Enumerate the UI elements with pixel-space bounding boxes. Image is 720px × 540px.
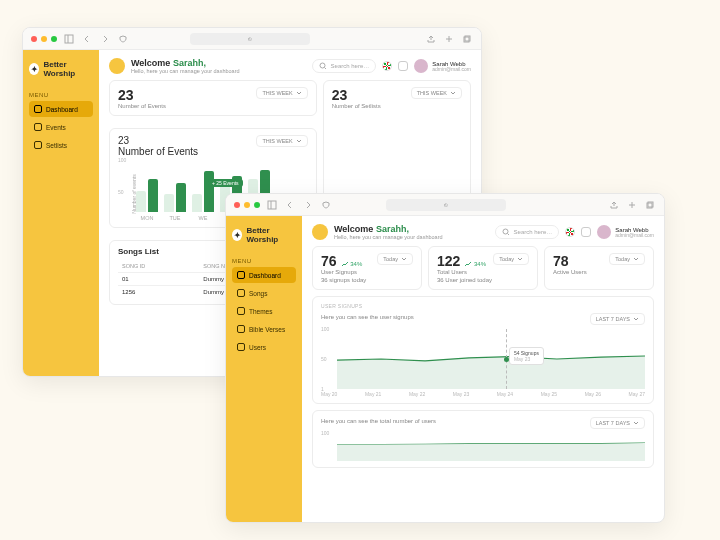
stat-label: Number of Events [118,146,198,157]
y-tick: 100 [321,326,329,332]
stat-value: 23 [118,135,198,146]
x-tick: May 22 [409,391,425,397]
menu-label: MENU [232,258,296,264]
svg-point-10 [503,229,508,234]
window-dashboard-admin: ⎋ ✦ Better Worship MENU Dashboard Songs … [225,193,665,523]
sidebar-item-setlists[interactable]: Setlists [29,137,93,153]
tabs-icon[interactable] [644,199,656,211]
col-header[interactable]: SONG ID [118,260,199,273]
stat-card-events: 23 Number of Events THIS WEEK [109,80,317,116]
forward-icon[interactable] [302,199,314,211]
sidebar-item-themes[interactable]: Themes [232,303,296,319]
traffic-lights[interactable] [234,202,260,208]
period-dropdown[interactable]: THIS WEEK [256,87,307,99]
sidebar-item-dashboard[interactable]: Dashboard [232,267,296,283]
sidebar-item-label: Bible Verses [249,326,285,333]
stat-sub: 36 signups today [321,277,413,283]
stat-value: 23 [332,87,381,103]
notifications-button[interactable] [581,227,591,237]
welcome: Welcome Sarahh, Hello, here you can mana… [312,224,443,240]
stat-label: Active Users [553,269,587,275]
notifications-button[interactable] [398,61,408,71]
x-tick: May 26 [585,391,601,397]
search-input[interactable]: Search here… [312,59,377,73]
stat-label: User Signups [321,269,362,275]
main-content: Welcome Sarahh, Hello, here you can mana… [302,216,664,522]
y-tick: 100 [321,430,329,436]
chevron-down-icon [517,256,523,262]
locale-flag-icon[interactable] [565,227,575,237]
shield-icon[interactable] [117,33,129,45]
svg-rect-6 [268,201,276,209]
welcome-avatar [312,224,328,240]
users-icon [237,343,245,351]
sidebar-item-bible-verses[interactable]: Bible Verses [232,321,296,337]
period-dropdown[interactable]: Today [493,253,529,265]
search-icon [319,62,327,70]
stat-value: 122 [437,253,460,269]
browser-chrome: ⎋ [23,28,481,50]
stat-card: 122 34%Total UsersToday 36 User joined t… [428,246,538,290]
back-icon[interactable] [284,199,296,211]
period-dropdown[interactable]: Today [609,253,645,265]
x-tick: MON [141,215,154,221]
stat-value: 76 [321,253,337,269]
total-users-section: Here you can see the total number of use… [312,410,654,468]
sidebar-item-label: Themes [249,308,272,315]
shield-icon[interactable] [320,199,332,211]
sidebar-item-songs[interactable]: Songs [232,285,296,301]
music-icon [237,289,245,297]
sidebar-item-dashboard[interactable]: Dashboard [29,101,93,117]
page-subtitle: Hello, here you can manage your dashboar… [131,68,240,74]
chart-tooltip: 54 Signups May 23 [509,347,544,365]
url-bar[interactable]: ⎋ [190,33,310,45]
profile-menu[interactable]: Sarah Webb admin@mail.com [414,59,471,73]
cell-song-id: 01 [118,273,199,286]
page-title: Welcome Sarahh, [131,58,240,68]
period-dropdown[interactable]: LAST 7 DAYS [590,313,645,325]
period-dropdown[interactable]: Today [377,253,413,265]
x-tick: WE [199,215,208,221]
sidebar-toggle-icon[interactable] [266,199,278,211]
app-logo[interactable]: ✦ Better Worship [232,226,296,244]
search-placeholder: Search here… [331,63,370,69]
sidebar-item-events[interactable]: Events [29,119,93,135]
search-icon [502,228,510,236]
x-tick: TUE [170,215,181,221]
locale-flag-icon[interactable] [382,61,392,71]
plus-icon[interactable] [626,199,638,211]
welcome-avatar [109,58,125,74]
forward-icon[interactable] [99,33,111,45]
sidebar-item-label: Songs [249,290,267,297]
share-icon[interactable] [608,199,620,211]
chevron-down-icon [401,256,407,262]
chevron-down-icon [633,316,639,322]
back-icon[interactable] [81,33,93,45]
profile-menu[interactable]: Sarah Webb admin@mail.com [597,225,654,239]
cell-song-id: 1256 [118,286,199,299]
period-dropdown[interactable]: THIS WEEK [411,87,462,99]
sidebar-toggle-icon[interactable] [63,33,75,45]
traffic-lights[interactable] [31,36,57,42]
topbar: Welcome Sarahh, Hello, here you can mana… [312,224,654,240]
chart-crosshair [506,329,507,389]
page-subtitle: Hello, here you can manage your dashboar… [334,234,443,240]
sidebar-item-users[interactable]: Users [232,339,296,355]
tabs-icon[interactable] [461,33,473,45]
sidebar: ✦ Better Worship MENU Dashboard Songs Th… [226,216,302,522]
app-logo[interactable]: ✦ Better Worship [29,60,93,78]
search-input[interactable]: Search here… [495,225,560,239]
period-dropdown[interactable]: THIS WEEK [256,135,307,147]
period-dropdown[interactable]: LAST 7 DAYS [590,417,645,429]
stat-sub: 36 User joined today [437,277,529,283]
plus-icon[interactable] [443,33,455,45]
y-tick: 50 [118,189,124,195]
x-tick: May 27 [629,391,645,397]
share-icon[interactable] [425,33,437,45]
url-bar[interactable]: ⎋ [386,199,506,211]
section-heading: User Signups [321,303,645,309]
y-tick: 50 [321,356,327,362]
y-tick: 100 [118,157,126,163]
logo-icon: ✦ [232,229,242,241]
search-placeholder: Search here… [514,229,553,235]
